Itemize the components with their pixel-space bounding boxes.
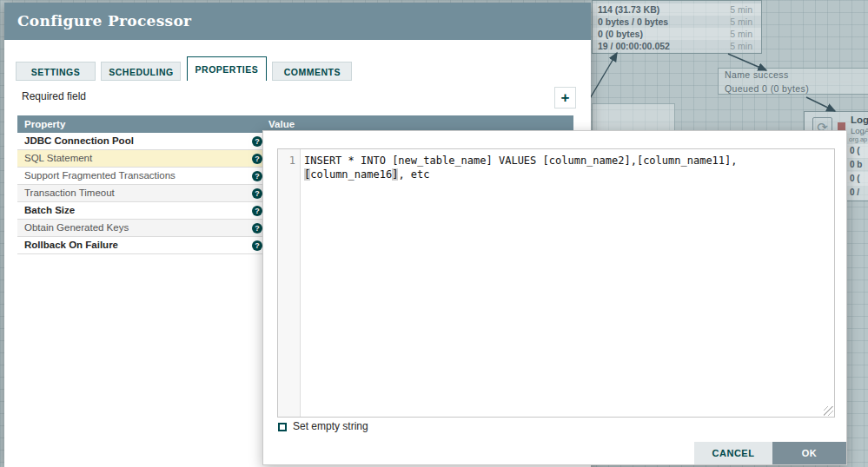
tab-scheduling[interactable]: SCHEDULING: [101, 62, 181, 81]
occluded-canvas-component: [592, 103, 675, 131]
help-icon[interactable]: ?: [252, 206, 262, 216]
help-icon[interactable]: ?: [252, 223, 262, 234]
help-icon[interactable]: ?: [252, 154, 262, 164]
stat-row-out: 0 (0 bytes) 5 min: [593, 28, 761, 40]
stopped-state-icon: [838, 122, 845, 130]
stat-row-in: 114 (31.73 KB) 5 min: [593, 3, 761, 16]
processor-stats-box: 114 (31.73 KB) 5 min 0 bytes / 0 bytes 5…: [592, 0, 762, 54]
sql-code-input[interactable]: INSERT * INTO [new_table_name] VALUES [c…: [301, 149, 834, 417]
set-empty-string-checkbox[interactable]: [278, 423, 287, 431]
connection-line: [806, 97, 835, 111]
dialog-tabs: SETTINGS SCHEDULING PROPERTIES COMMENTS: [16, 56, 354, 82]
cancel-button[interactable]: CANCEL: [694, 442, 772, 464]
connection-name: Name success: [719, 69, 868, 82]
tab-settings[interactable]: SETTINGS: [16, 62, 96, 81]
required-field-label: Required field: [22, 90, 86, 102]
stat-row-tasks-time: 19 / 00:00:00.052 5 min: [593, 40, 761, 52]
processor-bundle: org.ap: [849, 135, 867, 143]
processor-type: LogA: [851, 126, 868, 135]
connection-label-success: Name success Queued 0 (0 bytes): [718, 68, 868, 95]
set-empty-string-row: Set empty string: [278, 420, 368, 432]
help-icon[interactable]: ?: [252, 188, 262, 199]
dialog-title: Configure Processor: [4, 3, 591, 40]
processor-name: Log.: [851, 115, 868, 125]
line-number: 1: [278, 154, 295, 168]
help-icon[interactable]: ?: [252, 136, 262, 147]
ok-button[interactable]: OK: [772, 442, 846, 464]
editor-line-number-gutter: 1: [278, 149, 301, 417]
sql-value-editor: 1 INSERT * INTO [new_table_name] VALUES …: [277, 148, 835, 418]
help-icon[interactable]: ?: [252, 171, 262, 181]
connection-queued: Queued 0 (0 bytes): [719, 82, 868, 95]
connection-line: [589, 53, 617, 100]
editor-resize-handle[interactable]: [824, 406, 833, 416]
stat-row-readwrite: 0 bytes / 0 bytes 5 min: [593, 16, 761, 28]
help-icon[interactable]: ?: [252, 240, 262, 251]
property-column-header: Property: [17, 115, 262, 133]
popup-footer: CANCEL OK: [694, 442, 846, 464]
add-property-button[interactable]: +: [554, 87, 576, 109]
value-editor-popup: 1 INSERT * INTO [new_table_name] VALUES …: [262, 130, 847, 465]
set-empty-string-label: Set empty string: [293, 420, 368, 432]
tab-comments[interactable]: COMMENTS: [272, 62, 352, 81]
tab-properties[interactable]: PROPERTIES: [187, 56, 267, 81]
